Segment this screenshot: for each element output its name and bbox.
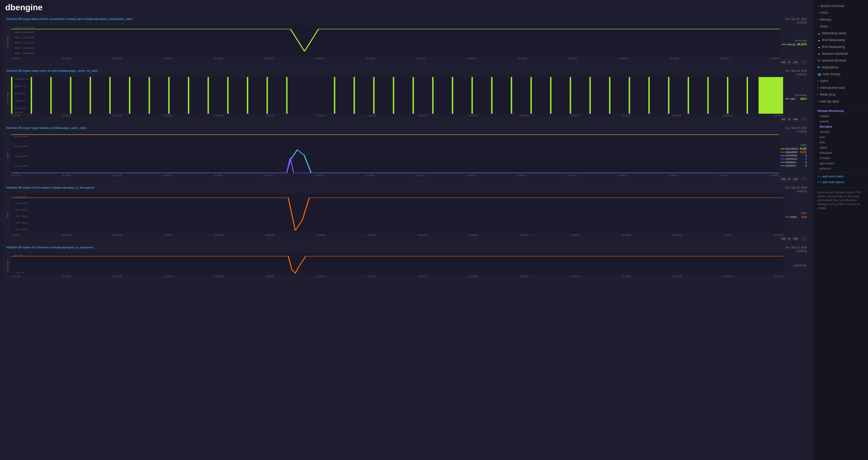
legend-value-insertions: 0: [805, 157, 807, 160]
chart-controls-page-cache: ◀◀ ▶ ▶▶ | ↺: [6, 117, 807, 121]
forward-btn-compression[interactable]: ▶▶: [793, 60, 799, 64]
sidebar-sub-cgroups[interactable]: cgroups: [813, 129, 868, 134]
svg-text:20.0: 20.0: [14, 107, 25, 110]
chart-svg-page-cache: 100.0 80.0 60.0 40.0 20.0 0.0: [11, 77, 783, 114]
play-btn-io-throughput[interactable]: ▶: [787, 237, 792, 241]
sidebar-sub-label-dbengine: dbengine: [819, 125, 832, 128]
sidebar-divider: [813, 106, 868, 106]
ipv4-icon: ☁: [817, 38, 820, 42]
sidebar-footer-text: Every second, Netdata collects 1,799 met…: [817, 191, 861, 210]
legend-value-evictions: 0: [805, 164, 807, 167]
chart-title-io-throughput: NetData DB engine I/O throughput (netdat…: [6, 186, 785, 189]
chart-controls-page-stats: ◀◀ ▶ ▶▶ | ↺: [6, 177, 807, 181]
play-btn-page-stats[interactable]: ▶: [787, 177, 792, 181]
svg-rect-25: [208, 77, 209, 114]
svg-rect-48: [688, 77, 689, 114]
systemd-icon: ⚙: [817, 59, 820, 62]
sidebar-label-user-groups: User Groups: [823, 72, 840, 76]
sidebar-sub-dbengine[interactable]: dbengine: [813, 124, 868, 129]
sidebar-sub-web[interactable]: web: [813, 140, 868, 145]
sidebar-label-ipv4: IPv4 Networking: [822, 38, 845, 42]
reset-btn-page-stats[interactable]: ↺: [802, 177, 807, 181]
y-axis-io-throughput: MiB/s: [6, 194, 10, 236]
forward-btn-page-cache[interactable]: ▶▶: [793, 117, 799, 121]
sidebar-item-applications[interactable]: ❤ Applications: [813, 64, 868, 71]
reset-btn-io-throughput[interactable]: ↺: [802, 237, 807, 241]
rewind-btn-page-stats[interactable]: ◀◀: [780, 177, 786, 181]
svg-rect-50: [727, 77, 728, 114]
add-more-charts-btn[interactable]: + + add more charts: [813, 174, 868, 179]
sidebar-sub-queries[interactable]: queries: [813, 119, 868, 124]
sidebar-item-memcached[interactable]: ▪ memcached local: [813, 84, 868, 91]
svg-rect-26: [227, 77, 228, 114]
add-more-alarms-btn[interactable]: + + add more alarms: [813, 179, 868, 185]
svg-rect-49: [707, 77, 709, 114]
chart-area-page-stats: 8,000 6,000 4,000 2,000 0 14:37:3014:38:…: [11, 134, 779, 177]
forward-btn-page-stats[interactable]: ▶▶: [793, 177, 799, 181]
system-overview-icon: ▪: [817, 4, 818, 8]
sidebar-sub-python-d[interactable]: python.d: [813, 166, 868, 171]
svg-rect-1: [11, 25, 780, 57]
legend-label-ratio: ratio: [790, 97, 795, 100]
sidebar-sub-label-cgroups: cgroups: [819, 130, 830, 133]
sidebar-item-cpus[interactable]: ▪ CPUs: [813, 9, 868, 16]
sidebar-sub-label-web: web: [819, 141, 825, 144]
sidebar-item-redis[interactable]: ▪ Redis local: [813, 91, 868, 98]
sidebar-item-users[interactable]: ▪ Users: [813, 78, 868, 84]
sidebar-item-disks[interactable]: ▪ Disks: [813, 23, 868, 30]
sidebar-sub-netdata[interactable]: netdata: [813, 114, 868, 119]
chart-timestamp-page-stats: Tue, Sep 10, 2019 14:45:03: [785, 126, 807, 133]
sidebar-item-user-groups[interactable]: 👥 User Groups: [813, 71, 868, 78]
rewind-btn-page-cache[interactable]: ◀◀: [780, 117, 786, 121]
chart-legend-page-stats: pages descriptors 8,191 populated 8,191: [779, 134, 807, 177]
sidebar-item-systemd[interactable]: ⚙ systemd Services: [813, 57, 868, 64]
legend-label-savings: savings: [787, 43, 796, 46]
legend-item-savings: savings 90.2270: [782, 43, 807, 46]
sidebar-sub-tc-helper[interactable]: tc.helper: [813, 155, 868, 161]
legend-unit-page-cache: percentage: [785, 94, 807, 96]
sidebar-item-networking-stack[interactable]: ☁ Networking Stack: [813, 30, 868, 37]
legend-value-populated: 8,191: [800, 151, 807, 154]
sidebar-label-systemd: systemd Services: [822, 59, 846, 62]
chart-area-compression: 90.2400 90.2300 90.2200 90.2100 90.2000 …: [11, 25, 780, 60]
sidebar-sub-statsd[interactable]: statsd: [813, 145, 868, 150]
sidebar-sub-proc[interactable]: proc: [813, 134, 868, 140]
reset-btn-compression[interactable]: ↺: [802, 60, 807, 64]
sidebar-label-ipv6: IPv6 Networking: [822, 45, 845, 49]
sidebar-sub-diskspace[interactable]: diskspace: [813, 150, 868, 155]
svg-text:90.1900: 90.1900: [14, 52, 35, 55]
svg-text:8,000: 8,000: [14, 135, 28, 138]
sidebar-item-system-overview[interactable]: ▪ System Overview: [813, 3, 868, 9]
rewind-btn-io-throughput[interactable]: ◀◀: [780, 237, 786, 241]
legend-dash-commited: [781, 155, 785, 156]
sidebar-label-cpus: CPUs: [820, 11, 828, 15]
web-log-nginx-icon: ▪: [817, 100, 818, 103]
sidebar-sub-apps-plugin[interactable]: apps.plugin: [813, 161, 868, 166]
svg-text:90.2300: 90.2300: [14, 31, 35, 33]
reset-btn-page-cache[interactable]: ↺: [802, 117, 807, 121]
svg-rect-23: [168, 77, 169, 114]
legend-item-commited: commited 0: [781, 154, 807, 157]
sidebar-item-ipv4[interactable]: ☁ IPv4 Networking: [813, 37, 868, 43]
sidebar-item-network-interfaces[interactable]: ▲ Network Interfaces: [813, 50, 868, 57]
legend-item-insertions: insertions 0: [781, 157, 807, 160]
sidebar-item-web-log-nginx[interactable]: ▪ web log nginx: [813, 98, 868, 105]
applications-icon: ❤: [817, 66, 820, 69]
legend-label-populated: populated: [786, 151, 797, 154]
chart-controls-compression: ◀◀ ▶ ▶▶ | ↺: [6, 60, 807, 64]
legend-value-savings: 90.2270: [797, 43, 807, 46]
legend-value-ratio: 100.0: [800, 97, 807, 100]
forward-btn-io-throughput[interactable]: ▶▶: [793, 237, 799, 241]
svg-rect-40: [531, 77, 532, 114]
sidebar-item-memory[interactable]: ▪ Memory: [813, 16, 868, 23]
chart-io-operations: NetData DB engine I/O operations (netdat…: [4, 244, 809, 279]
legend-dash-insertions: [781, 159, 785, 159]
play-btn-page-cache[interactable]: ▶: [787, 117, 792, 121]
svg-rect-44: [609, 77, 611, 114]
rewind-btn-compression[interactable]: ◀◀: [780, 60, 786, 64]
chart-legend-page-cache: percentage ratio 100.0: [783, 77, 807, 117]
chart-title-io-operations: NetData DB engine I/O operations (netdat…: [6, 246, 785, 249]
chart-legend-io-operations: operations/s: [783, 253, 807, 278]
play-btn-compression[interactable]: ▶: [787, 60, 792, 64]
sidebar-item-ipv6[interactable]: ☁ IPv6 Networking: [813, 43, 868, 50]
